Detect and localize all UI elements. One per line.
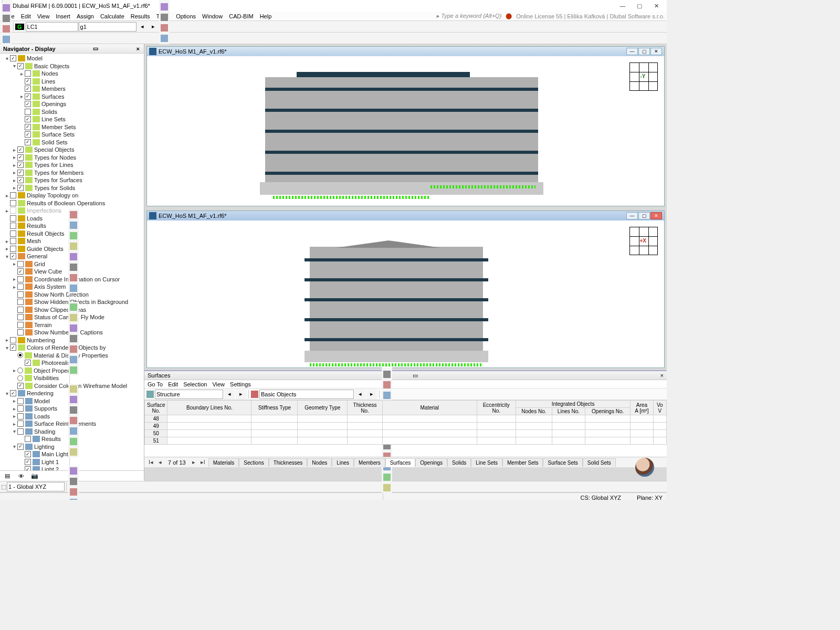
menu-edit[interactable]: Edit	[18, 13, 34, 20]
viewport-1-close[interactable]: ✕	[650, 48, 662, 55]
basicobj-prev[interactable]: ◂	[355, 389, 365, 400]
surfaces-close-icon[interactable]: ×	[660, 372, 664, 379]
tab-sections[interactable]: Sections	[239, 458, 268, 467]
nav-eye-icon[interactable]: 👁	[16, 472, 26, 480]
menu-options[interactable]: Options	[173, 13, 199, 20]
surftool-btn-21[interactable]	[382, 482, 392, 493]
toolbar3-btn-13[interactable]	[68, 354, 79, 365]
toolbar3-btn-5[interactable]	[68, 262, 79, 272]
toolbar3-btn-16[interactable]	[68, 394, 79, 405]
toolbar3-btn-21[interactable]	[68, 447, 79, 457]
tree-item-surfaces[interactable]: ▸Surfaces	[1, 93, 144, 101]
menu-calculate[interactable]: Calculate	[97, 13, 128, 20]
menu-window[interactable]: Window	[199, 13, 226, 20]
window-minimize-button[interactable]: —	[614, 1, 631, 11]
toolbar3-btn-1[interactable]	[68, 220, 79, 230]
toolbar2-btn-22[interactable]	[1, 3, 12, 13]
surfaces-pin-icon[interactable]: ▭	[413, 372, 418, 379]
viewport-1-titlebar[interactable]: ECW_HoS M1_AF_v1.rf6* — ▢ ✕	[147, 47, 664, 56]
toolbar3-btn-25[interactable]	[68, 497, 79, 500]
tree-item-openings[interactable]: Openings	[1, 100, 144, 108]
toolbar2-btn-23[interactable]	[1, 13, 12, 24]
toolbar3-btn-7[interactable]	[68, 283, 79, 293]
menu-view[interactable]: View	[34, 13, 53, 20]
toolbar1r-btn-13[interactable]	[159, 33, 170, 44]
tree-item-line-sets[interactable]: Line Sets	[1, 116, 144, 123]
tree-item-basic-objects[interactable]: ▾Basic Objects	[1, 62, 144, 70]
viewport-2-min[interactable]: —	[626, 212, 638, 219]
toolbar1r-btn-11[interactable]	[159, 12, 170, 23]
viewport-1-canvas[interactable]: -Y	[147, 56, 664, 206]
tab-openings[interactable]: Openings	[415, 458, 447, 467]
toolbar3-btn-22[interactable]	[68, 466, 79, 476]
basicobj-next[interactable]: ▸	[366, 389, 377, 400]
window-close-button[interactable]: ✕	[648, 1, 665, 11]
surfaces-menu-view[interactable]: View	[212, 381, 225, 387]
tab-members[interactable]: Members	[354, 458, 385, 467]
tree-item-types-for-surfaces[interactable]: ▸Types for Surfaces	[1, 176, 144, 184]
toolbar3-btn-2[interactable]	[68, 230, 79, 241]
toolbar3-btn-12[interactable]	[68, 344, 79, 354]
tree-item-nodes[interactable]: ▸Nodes	[1, 70, 144, 78]
toolbar1r-btn-12[interactable]	[159, 23, 170, 33]
tree-item-member-sets[interactable]: Member Sets	[1, 123, 144, 131]
surfaces-menu-settings[interactable]: Settings	[230, 381, 251, 387]
tree-item-types-for-nodes[interactable]: ▸Types for Nodes	[1, 154, 144, 162]
menu-insert[interactable]: Insert	[52, 13, 74, 20]
tree-item-surface-sets[interactable]: Surface Sets	[1, 131, 144, 139]
surftool-btn-11[interactable]	[382, 369, 392, 380]
tabs-prev[interactable]: ◂	[156, 459, 164, 466]
tree-item-solids[interactable]: Solids	[1, 108, 144, 116]
surfaces-grid[interactable]: SurfaceNo.Boundary Lines No.Stiffness Ty…	[144, 400, 667, 457]
tab-solids[interactable]: Solids	[447, 458, 471, 467]
surftool-btn-13[interactable]	[382, 390, 392, 401]
basicobj-combo[interactable]	[259, 390, 354, 399]
navigator-pin-icon[interactable]: ▭	[92, 45, 99, 52]
viewport-2-max[interactable]: ▢	[638, 212, 650, 219]
view-cube-2[interactable]: +X	[629, 227, 658, 255]
toolbar3-btn-3[interactable]	[68, 241, 79, 251]
surfaces-menu-edit[interactable]: Edit	[168, 381, 178, 387]
toolbar3-btn-0[interactable]	[68, 209, 79, 220]
toolbar3-btn-17[interactable]	[68, 405, 79, 415]
table-row[interactable]: 50	[145, 430, 667, 437]
tab-solid-sets[interactable]: Solid Sets	[583, 458, 616, 467]
tab-materials[interactable]: Materials	[208, 458, 239, 467]
toolbar3-btn-23[interactable]	[68, 476, 79, 487]
assistant-avatar[interactable]	[635, 458, 654, 477]
toolbar3-btn-19[interactable]	[68, 426, 79, 436]
tabs-last[interactable]: ▸I	[198, 459, 207, 466]
toolbar3-btn-8[interactable]	[68, 302, 79, 312]
tree-item-results-of-boolean-operations[interactable]: Results of Boolean Operations	[1, 200, 144, 207]
tab-nodes[interactable]: Nodes	[307, 458, 332, 467]
toolbar2-btn-24[interactable]	[1, 24, 12, 34]
toolbar3-btn-24[interactable]	[68, 487, 79, 497]
cs-combo[interactable]	[7, 482, 65, 491]
toolbar3-btn-11[interactable]	[68, 333, 79, 344]
tree-item-display-topology-on[interactable]: ▸Display Topology on	[1, 192, 144, 200]
toolbar3-btn-14[interactable]	[68, 365, 79, 375]
viewport-2-titlebar[interactable]: ECW_HoS M1_AF_v1.rf6* — ▢ ✕	[147, 211, 664, 220]
tree-item-types-for-solids[interactable]: ▸Types for Solids	[1, 184, 144, 192]
toolbar3-btn-18[interactable]	[68, 415, 79, 426]
tabs-first[interactable]: I◂	[146, 459, 155, 466]
lc-prev-button[interactable]: ◂	[137, 22, 148, 32]
structure-next[interactable]: ▸	[236, 389, 246, 400]
toolbar3-btn-9[interactable]	[68, 312, 79, 323]
structure-prev[interactable]: ◂	[224, 389, 235, 400]
tab-surface-sets[interactable]: Surface Sets	[543, 458, 582, 467]
lc-group-select[interactable]	[79, 22, 136, 32]
menu-assign[interactable]: Assign	[74, 13, 97, 20]
menu-help[interactable]: Help	[257, 13, 275, 20]
tree-item-lines[interactable]: Lines	[1, 78, 144, 86]
lc-code-select[interactable]	[26, 22, 78, 32]
tab-line-sets[interactable]: Line Sets	[471, 458, 502, 467]
navigator-close-icon[interactable]: ×	[135, 46, 141, 52]
viewport-1-min[interactable]: —	[626, 48, 638, 55]
tab-member-sets[interactable]: Member Sets	[502, 458, 543, 467]
keyword-search[interactable]: ▸ Type a keyword (Alt+Q)	[436, 13, 501, 19]
tabs-next[interactable]: ▸	[190, 459, 197, 466]
tree-item-types-for-lines[interactable]: ▸Types for Lines	[1, 161, 144, 169]
table-row[interactable]: 51	[145, 437, 667, 445]
tab-thicknesses[interactable]: Thicknesses	[269, 458, 308, 467]
